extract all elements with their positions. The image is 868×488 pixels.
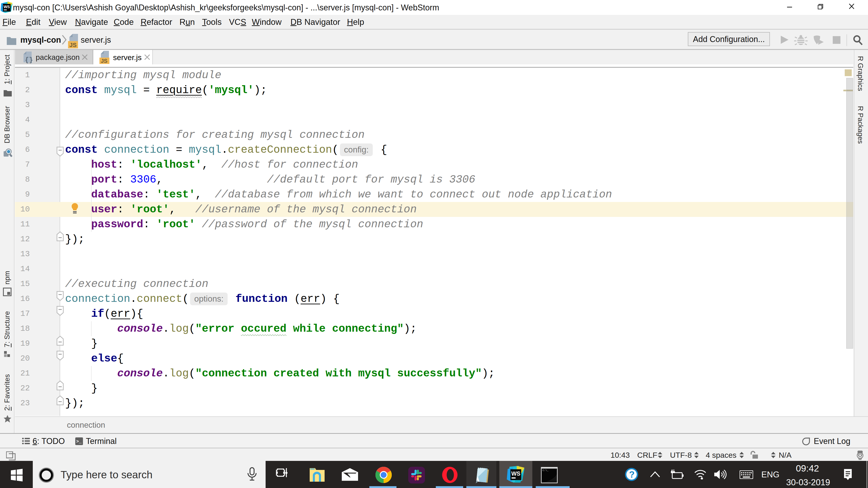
svg-text:{}: {} (25, 56, 33, 63)
svg-text:JS: JS (101, 58, 107, 64)
svg-text:>_: >_ (76, 439, 82, 444)
svg-text:JS: JS (69, 41, 76, 48)
svg-text:?: ? (629, 469, 634, 480)
svg-text:WS: WS (4, 5, 10, 9)
svg-text:WS: WS (511, 470, 520, 477)
svg-text:C:\_: C:\_ (542, 469, 549, 472)
